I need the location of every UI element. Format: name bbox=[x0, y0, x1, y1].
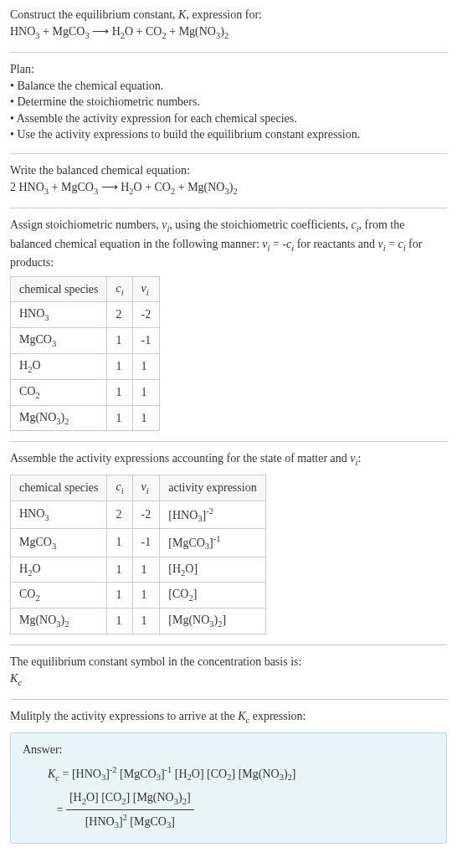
table-header-row: chemical species ci νi bbox=[11, 276, 160, 302]
balanced-section: Write the balanced chemical equation: 2 … bbox=[10, 162, 447, 198]
col-species: chemical species bbox=[11, 276, 107, 302]
table-row: HNO3 2 -2 [HNO3]-2 bbox=[11, 501, 266, 528]
cell-species: CO2 bbox=[11, 379, 107, 405]
cell-ci: 1 bbox=[107, 583, 132, 609]
cell-vi: -2 bbox=[132, 302, 160, 328]
table-row: CO2 1 1 [CO2] bbox=[11, 583, 266, 609]
stoich-table: chemical species ci νi HNO3 2 -2 MgCO3 1… bbox=[10, 276, 160, 432]
table-header-row: chemical species ci νi activity expressi… bbox=[11, 475, 266, 501]
plan-item-1: • Balance the chemical equation. bbox=[10, 78, 447, 95]
cell-vi: -1 bbox=[132, 328, 160, 354]
cell-vi: 1 bbox=[132, 557, 160, 583]
divider bbox=[10, 52, 447, 53]
balanced-equation: 2 HNO3 + MgCO3 ⟶ H2O + CO2 + Mg(NO3)2 bbox=[10, 179, 447, 198]
table-row: Mg(NO3)2 1 1 [Mg(NO3)2] bbox=[11, 609, 266, 634]
cell-expr: [MgCO3]-1 bbox=[160, 529, 265, 557]
cell-species: HNO3 bbox=[11, 501, 107, 528]
col-ci: ci bbox=[107, 276, 132, 302]
divider bbox=[10, 645, 447, 645]
table-row: H2O 1 1 bbox=[11, 354, 160, 380]
cell-species: MgCO3 bbox=[11, 328, 107, 354]
cell-expr: [Mg(NO3)2] bbox=[160, 609, 265, 634]
kc-fraction: [H2O] [CO2] [Mg(NO3)2] [HNO3]2 [MgCO3] bbox=[66, 787, 194, 835]
cell-ci: 1 bbox=[107, 354, 132, 380]
kc-line1: Kc = [HNO3]-2 [MgCO3]-1 [H2O] [CO2] [Mg(… bbox=[48, 763, 434, 786]
divider bbox=[10, 153, 447, 154]
intro-section: Construct the equilibrium constant, K, e… bbox=[10, 7, 447, 42]
cell-ci: 1 bbox=[107, 328, 132, 354]
plan-section: Plan: • Balance the chemical equation. •… bbox=[10, 61, 447, 143]
kc-symbol-line2: Kc bbox=[10, 670, 447, 689]
cell-vi: 1 bbox=[132, 583, 160, 609]
table-row: MgCO3 1 -1 [MgCO3]-1 bbox=[11, 529, 266, 557]
activity-table: chemical species ci νi activity expressi… bbox=[10, 475, 266, 634]
cell-expr: [HNO3]-2 bbox=[160, 501, 265, 528]
cell-vi: -2 bbox=[132, 501, 160, 528]
answer-box: Answer: Kc = [HNO3]-2 [MgCO3]-1 [H2O] [C… bbox=[10, 732, 447, 844]
cell-ci: 1 bbox=[107, 529, 132, 557]
stoich-intro: Assign stoichiometric numbers, νi, using… bbox=[10, 217, 447, 271]
kc-equation: Kc = [HNO3]-2 [MgCO3]-1 [H2O] [CO2] [Mg(… bbox=[23, 763, 434, 834]
answer-label: Answer: bbox=[23, 742, 434, 758]
cell-ci: 2 bbox=[107, 501, 132, 528]
cell-species: HNO3 bbox=[11, 302, 107, 328]
plan-item-2: • Determine the stoichiometric numbers. bbox=[10, 94, 447, 110]
cell-expr: [H2O] bbox=[160, 557, 265, 583]
cell-vi: -1 bbox=[132, 529, 160, 557]
kc-frac-num: [H2O] [CO2] [Mg(NO3)2] bbox=[66, 787, 194, 811]
multiply-section: Mulitply the activity expressions to arr… bbox=[10, 708, 447, 843]
kc-symbol-line1: The equilibrium constant symbol in the c… bbox=[10, 654, 447, 670]
cell-vi: 1 bbox=[132, 405, 160, 431]
cell-expr: [CO2] bbox=[160, 583, 265, 609]
cell-vi: 1 bbox=[132, 354, 160, 380]
intro-equation: HNO3 + MgCO3 ⟶ H2O + CO2 + Mg(NO3)2 bbox=[10, 23, 447, 42]
table-row: HNO3 2 -2 bbox=[11, 302, 160, 328]
table-row: CO2 1 1 bbox=[11, 379, 160, 405]
divider bbox=[10, 699, 447, 700]
cell-ci: 1 bbox=[107, 379, 132, 405]
cell-species: H2O bbox=[11, 557, 107, 583]
cell-species: H2O bbox=[11, 354, 107, 380]
intro-line1: Construct the equilibrium constant, K, e… bbox=[10, 7, 447, 23]
col-species: chemical species bbox=[11, 475, 107, 501]
cell-ci: 1 bbox=[107, 405, 132, 431]
cell-species: CO2 bbox=[11, 583, 107, 609]
multiply-intro: Mulitply the activity expressions to arr… bbox=[10, 708, 447, 727]
balanced-title: Write the balanced chemical equation: bbox=[10, 162, 447, 179]
col-ci: ci bbox=[107, 475, 132, 501]
cell-ci: 2 bbox=[107, 302, 132, 328]
cell-species: MgCO3 bbox=[11, 529, 107, 557]
divider bbox=[10, 441, 447, 442]
col-vi: νi bbox=[132, 475, 160, 501]
cell-vi: 1 bbox=[132, 609, 160, 634]
table-row: Mg(NO3)2 1 1 bbox=[11, 405, 160, 431]
cell-species: Mg(NO3)2 bbox=[11, 405, 107, 431]
cell-vi: 1 bbox=[132, 379, 160, 405]
plan-item-4: • Use the activity expressions to build … bbox=[10, 126, 447, 143]
col-vi: νi bbox=[132, 276, 160, 302]
kc-symbol-section: The equilibrium constant symbol in the c… bbox=[10, 654, 447, 689]
plan-item-3: • Assemble the activity expression for e… bbox=[10, 110, 447, 127]
plan-title: Plan: bbox=[10, 61, 447, 78]
cell-ci: 1 bbox=[107, 557, 132, 583]
table-row: MgCO3 1 -1 bbox=[11, 328, 160, 354]
cell-species: Mg(NO3)2 bbox=[11, 609, 107, 634]
activity-intro: Assemble the activity expressions accoun… bbox=[10, 450, 447, 469]
cell-ci: 1 bbox=[107, 609, 132, 634]
stoich-section: Assign stoichiometric numbers, νi, using… bbox=[10, 217, 447, 431]
kc-line2: = [H2O] [CO2] [Mg(NO3)2] [HNO3]2 [MgCO3] bbox=[48, 787, 434, 835]
activity-section: Assemble the activity expressions accoun… bbox=[10, 450, 447, 634]
divider bbox=[10, 208, 447, 208]
kc-frac-den: [HNO3]2 [MgCO3] bbox=[66, 810, 194, 834]
col-expr: activity expression bbox=[160, 475, 265, 501]
table-row: H2O 1 1 [H2O] bbox=[11, 557, 266, 583]
